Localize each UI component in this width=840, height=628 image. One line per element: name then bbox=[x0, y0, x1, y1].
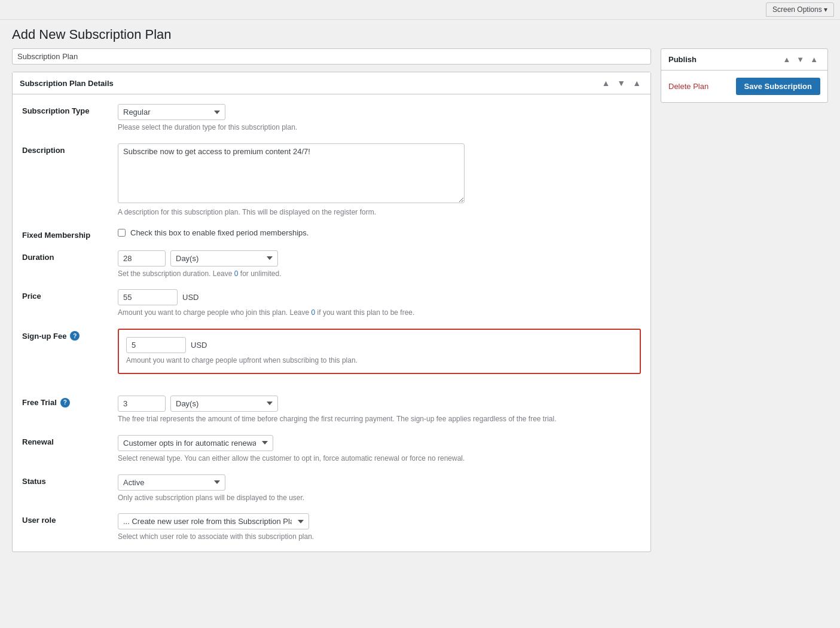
description-help: A description for this subscription plan… bbox=[118, 207, 641, 217]
publish-down-button[interactable]: ▼ bbox=[794, 54, 807, 65]
signup-fee-input[interactable] bbox=[126, 337, 186, 353]
duration-input[interactable] bbox=[118, 250, 166, 266]
status-help: Only active subscription plans will be d… bbox=[118, 493, 641, 503]
fixed-membership-label: Fixed Membership bbox=[22, 228, 118, 240]
price-row: Price USD Amount you want to charge peop… bbox=[22, 289, 641, 318]
screen-options-bar: Screen Options ▾ bbox=[0, 0, 840, 20]
metabox-controls: ▲ ▼ ▲ bbox=[599, 77, 643, 89]
description-textarea[interactable]: Subscribe now to get access to premium c… bbox=[118, 143, 465, 203]
publish-header: Publish ▲ ▼ ▲ bbox=[661, 49, 827, 71]
content-area: Subscription Plan Details ▲ ▼ ▲ Subscrip… bbox=[12, 48, 651, 562]
page-title: Add New Subscription Plan bbox=[0, 20, 840, 48]
description-row: Description Subscribe now to get access … bbox=[22, 143, 641, 217]
publish-box: Publish ▲ ▼ ▲ Delete Plan Save Subscript… bbox=[661, 48, 828, 103]
metabox-up-button[interactable]: ▲ bbox=[599, 77, 612, 89]
free-trial-field: Day(s) Week(s) Month(s) Year(s) The free… bbox=[118, 396, 641, 424]
price-input[interactable] bbox=[118, 289, 178, 305]
subscription-type-row: Subscription Type Regular Lifetime One-T… bbox=[22, 104, 641, 133]
renewal-help: Select renewal type. You can either allo… bbox=[118, 454, 641, 464]
plan-title-input[interactable] bbox=[12, 48, 651, 65]
fixed-membership-checkbox-label: Check this box to enable fixed period me… bbox=[130, 228, 308, 237]
free-trial-label-with-help: Free Trial ? bbox=[22, 398, 118, 408]
publish-toggle-button[interactable]: ▲ bbox=[808, 54, 820, 65]
signup-fee-label-with-help: Sign-up Fee ? bbox=[22, 331, 118, 341]
price-field: USD Amount you want to charge people who… bbox=[118, 289, 641, 318]
free-trial-help: The free trial represents the amount of … bbox=[118, 414, 641, 424]
renewal-row: Renewal Customer opts in for automatic r… bbox=[22, 435, 641, 464]
free-trial-row: Free Trial ? Day(s) Week(s) Month(s) Yea… bbox=[22, 396, 641, 424]
metabox-body: Subscription Type Regular Lifetime One-T… bbox=[13, 94, 650, 552]
signup-fee-help-icon[interactable]: ? bbox=[70, 331, 80, 341]
screen-options-button[interactable]: Screen Options ▾ bbox=[766, 2, 834, 17]
signup-fee-currency: USD bbox=[191, 341, 207, 350]
duration-inputs: Day(s) Week(s) Month(s) Year(s) bbox=[118, 250, 641, 266]
subscription-type-label: Subscription Type bbox=[22, 104, 118, 115]
free-trial-input[interactable] bbox=[118, 396, 166, 412]
renewal-select[interactable]: Customer opts in for automatic renewal F… bbox=[118, 435, 273, 451]
user-role-row: User role ... Create new user role from … bbox=[22, 513, 641, 542]
free-trial-label: Free Trial bbox=[22, 398, 57, 407]
free-trial-unit-select[interactable]: Day(s) Week(s) Month(s) Year(s) bbox=[170, 396, 278, 412]
publish-title: Publish bbox=[668, 55, 697, 64]
metabox-down-button[interactable]: ▼ bbox=[615, 77, 628, 89]
duration-unit-select[interactable]: Day(s) Week(s) Month(s) Year(s) bbox=[170, 250, 278, 266]
signup-fee-label-col: Sign-up Fee ? bbox=[22, 329, 118, 341]
free-trial-label-col: Free Trial ? bbox=[22, 396, 118, 408]
signup-fee-inputs: USD bbox=[126, 337, 633, 353]
fixed-membership-row: Fixed Membership Check this box to enabl… bbox=[22, 228, 641, 240]
price-inputs: USD bbox=[118, 289, 641, 305]
free-trial-inputs: Day(s) Week(s) Month(s) Year(s) bbox=[118, 396, 641, 412]
description-field: Subscribe now to get access to premium c… bbox=[118, 143, 641, 217]
signup-fee-highlighted-box: USD Amount you want to charge people upf… bbox=[118, 329, 641, 374]
status-row: Status Active Inactive Only active subsc… bbox=[22, 474, 641, 503]
publish-up-button[interactable]: ▲ bbox=[780, 54, 793, 65]
sidebar: Publish ▲ ▼ ▲ Delete Plan Save Subscript… bbox=[661, 48, 828, 103]
status-select[interactable]: Active Inactive bbox=[118, 474, 225, 491]
signup-fee-label: Sign-up Fee bbox=[22, 332, 66, 341]
price-help: Amount you want to charge people who joi… bbox=[118, 308, 641, 318]
metabox-header: Subscription Plan Details ▲ ▼ ▲ bbox=[13, 72, 650, 94]
duration-row: Duration Day(s) Week(s) Month(s) Year(s) bbox=[22, 250, 641, 279]
price-label: Price bbox=[22, 289, 118, 301]
subscription-type-select[interactable]: Regular Lifetime One-Time bbox=[118, 104, 225, 120]
subscription-type-help: Please select the duration type for this… bbox=[118, 122, 641, 133]
metabox-title: Subscription Plan Details bbox=[20, 79, 114, 88]
renewal-field: Customer opts in for automatic renewal F… bbox=[118, 435, 641, 464]
details-metabox: Subscription Plan Details ▲ ▼ ▲ Subscrip… bbox=[12, 72, 651, 552]
publish-header-btns: ▲ ▼ ▲ bbox=[780, 54, 820, 65]
duration-field: Day(s) Week(s) Month(s) Year(s) Set the … bbox=[118, 250, 641, 279]
description-label: Description bbox=[22, 143, 118, 155]
subscription-type-field: Regular Lifetime One-Time Please select … bbox=[118, 104, 641, 133]
duration-help: Set the subscription duration. Leave 0 f… bbox=[118, 269, 641, 279]
fixed-membership-checkbox-row: Check this box to enable fixed period me… bbox=[118, 228, 641, 237]
user-role-select[interactable]: ... Create new user role from this Subsc… bbox=[118, 513, 309, 529]
user-role-help: Select which user role to associate with… bbox=[118, 532, 641, 542]
signup-fee-help: Amount you want to charge people upfront… bbox=[126, 356, 633, 366]
publish-body: Delete Plan Save Subscription bbox=[661, 71, 827, 102]
signup-fee-field: USD Amount you want to charge people upf… bbox=[118, 329, 641, 385]
metabox-toggle-button[interactable]: ▲ bbox=[630, 77, 643, 89]
user-role-label: User role bbox=[22, 513, 118, 525]
renewal-label: Renewal bbox=[22, 435, 118, 446]
signup-fee-row: Sign-up Fee ? USD Amount you want to cha… bbox=[22, 329, 641, 385]
fixed-membership-field: Check this box to enable fixed period me… bbox=[118, 228, 641, 237]
price-currency: USD bbox=[182, 293, 198, 302]
free-trial-help-icon[interactable]: ? bbox=[60, 398, 70, 408]
main-layout: Subscription Plan Details ▲ ▼ ▲ Subscrip… bbox=[0, 48, 840, 574]
fixed-membership-checkbox[interactable] bbox=[118, 229, 126, 237]
save-subscription-button[interactable]: Save Subscription bbox=[736, 78, 820, 95]
user-role-field: ... Create new user role from this Subsc… bbox=[118, 513, 641, 542]
status-field: Active Inactive Only active subscription… bbox=[118, 474, 641, 503]
status-label: Status bbox=[22, 474, 118, 486]
delete-plan-link[interactable]: Delete Plan bbox=[668, 82, 708, 91]
duration-label: Duration bbox=[22, 250, 118, 262]
